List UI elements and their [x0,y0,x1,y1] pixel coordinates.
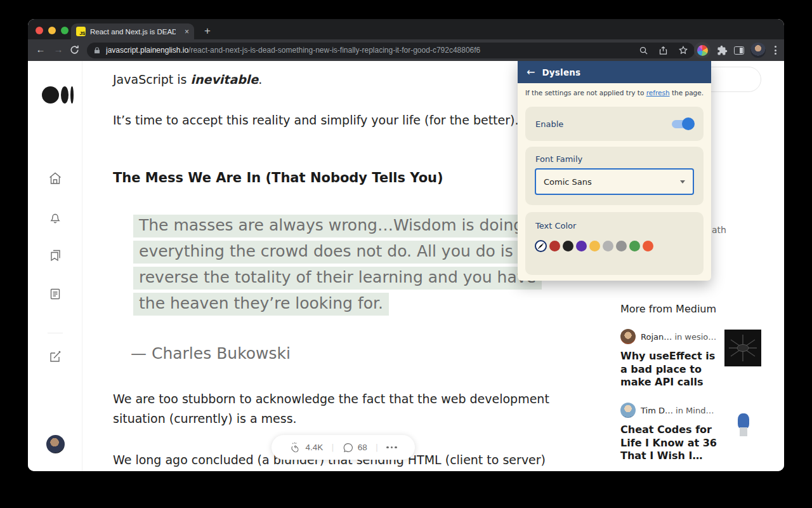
font-family-card: Font Family Comic Sans [525,147,704,205]
font-family-value: Comic Sans [544,177,592,187]
dyslens-popup: ← Dyslens If the settings are not applie… [518,61,711,281]
clap-icon [289,441,301,453]
tab-strip: JS React and Next.js is DEAD — S × + [28,19,784,39]
close-window-button[interactable] [36,27,43,34]
url-text: javascript.plainenglish.io/react-and-nex… [106,46,480,55]
minimize-window-button[interactable] [48,27,56,34]
side-panel-icon[interactable] [734,46,744,55]
refresh-link[interactable]: refresh [646,89,670,97]
clap-count: 4.4K [305,443,323,452]
comment-icon [343,442,354,453]
article-byline[interactable]: Rojan… in wesio… [641,332,716,342]
browser-window: JS React and Next.js is DEAD — S × + ← →… [28,19,784,471]
font-family-select[interactable]: Comic Sans [535,168,694,195]
pill-divider: | [331,443,334,452]
article-paragraph-3: We are too stubborn to acknowledge the f… [113,392,549,406]
page-content: JavaScript is inevitable. It’s time to a… [28,61,784,471]
new-tab-button[interactable]: + [204,25,211,37]
color-swatch-row [535,240,653,252]
reload-button[interactable] [69,44,83,55]
medium-left-rail [28,61,82,471]
author-avatar[interactable] [620,403,636,418]
article-paragraph-1: JavaScript is inevitable. [113,72,262,86]
pill-divider: | [376,443,378,452]
share-icon[interactable] [658,46,668,55]
text-color-label: Text Color [535,221,576,231]
text-color-card: Text Color [525,212,704,275]
stories-list-icon[interactable] [48,286,63,302]
sidebar-text-fragment: ath [712,225,726,235]
more-from-medium-heading: More from Medium [620,303,716,315]
article-heading: The Mess We Are In (That Nobody Tells Yo… [113,170,443,185]
enable-card: Enable [525,107,704,141]
color-swatch-green[interactable] [629,241,640,251]
screenshot-stage: JS React and Next.js is DEAD — S × + ← →… [0,0,812,508]
color-swatch-yellow[interactable] [589,241,600,251]
color-swatch-gray[interactable] [616,241,627,251]
browser-tab[interactable]: JS React and Next.js is DEAD — S × [71,23,194,39]
color-swatch-black[interactable] [563,241,573,251]
recommended-article-title[interactable]: Why useEffect is a bad place to make API… [620,350,715,389]
engagement-bar: 4.4K | 68 | [272,435,415,460]
js-favicon: JS [76,27,86,36]
user-avatar[interactable] [46,435,65,453]
write-icon[interactable] [48,349,63,364]
url-bar[interactable]: javascript.plainenglish.io/react-and-nex… [87,43,695,58]
zoom-window-button[interactable] [61,27,69,34]
bookmarks-icon[interactable] [48,248,63,263]
dyslens-extension-icon[interactable] [694,42,710,58]
back-button[interactable]: ← [34,44,48,55]
color-swatch-purple[interactable] [576,241,587,251]
traffic-lights[interactable] [36,27,69,34]
color-swatch-none[interactable] [535,240,547,252]
back-arrow-icon[interactable]: ← [527,67,535,77]
quote-attribution: — Charles Bukowski [131,344,291,363]
recommended-article-title[interactable]: Cheat Codes for Life I Know at 36 That I… [620,424,717,463]
comment-count: 68 [358,443,367,452]
article-blockquote: The masses are always wrong…Wisdom is do… [133,215,542,319]
menu-kebab-icon[interactable] [772,46,779,55]
medium-logo[interactable] [42,86,74,104]
color-swatch-red[interactable] [549,241,560,251]
popup-header: ← Dyslens [518,61,711,83]
lock-icon [93,46,101,55]
bookmark-star-icon[interactable] [678,45,688,55]
browser-toolbar: ← → javascript.plainenglish.io/react-and… [28,39,784,61]
popup-note: If the settings are not applied try to r… [518,89,711,97]
rail-divider [48,333,63,333]
color-swatch-orange[interactable] [643,241,653,251]
article-byline[interactable]: Tim D… in Mind… [641,406,714,415]
home-icon[interactable] [48,171,63,186]
enable-label: Enable [535,119,563,129]
forward-button[interactable]: → [51,44,65,55]
article-paragraph-2: It’s time to accept this reality and sim… [113,113,518,127]
article-paragraph-3b: situation (currently) is a mess. [113,411,297,425]
quote-line: everything the crowd does not do. All yo… [133,241,519,264]
quote-line: reverse the totality of their learning a… [133,267,542,290]
color-swatch-silver[interactable] [603,241,613,251]
font-family-label: Font Family [535,154,582,164]
author-avatar[interactable] [620,329,636,344]
tab-close-icon[interactable]: × [185,27,189,36]
popup-title: Dyslens [542,67,580,77]
more-options-icon[interactable] [386,446,397,449]
tab-title: React and Next.js is DEAD — S [90,28,176,36]
no-color-icon [537,242,545,250]
clap-button[interactable]: 4.4K [289,441,323,453]
chevron-down-icon [680,180,685,184]
enable-toggle[interactable] [672,120,693,128]
notifications-bell-icon[interactable] [48,210,63,225]
article-thumbnail[interactable] [724,330,761,366]
quote-line: The masses are always wrong…Wisdom is do… [133,215,529,237]
profile-avatar[interactable] [750,43,766,58]
extensions-puzzle-icon[interactable] [717,45,728,56]
zoom-page-icon[interactable] [639,46,648,55]
comment-button[interactable]: 68 [343,442,367,453]
quote-line: the heaven they’re looking for. [133,293,389,316]
